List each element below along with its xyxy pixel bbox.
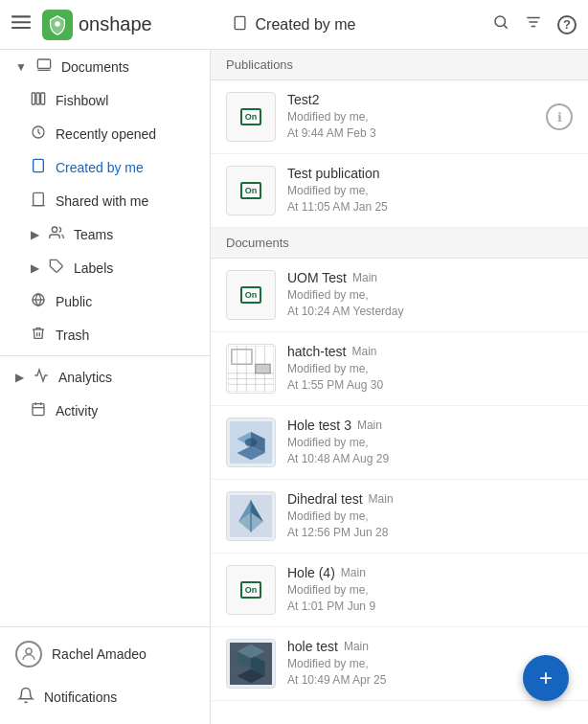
publications-header-text: Publications	[226, 57, 293, 72]
help-icon[interactable]: ?	[557, 15, 577, 34]
svg-rect-4	[235, 16, 245, 29]
teams-label: Teams	[74, 227, 113, 242]
hole-test-name: hole test Main	[287, 639, 573, 654]
recently-opened-label: Recently opened	[56, 126, 156, 142]
sidebar-item-trash[interactable]: Trash	[0, 318, 210, 351]
fab-add-button[interactable]: +	[523, 655, 569, 701]
svg-rect-17	[34, 192, 44, 205]
shared-with-me-label: Shared with me	[56, 193, 148, 209]
svg-point-43	[245, 438, 258, 446]
title-doc-icon	[233, 15, 248, 34]
publications-section-header: Publications	[211, 50, 588, 80]
svg-rect-38	[256, 364, 270, 373]
logo: onshape	[42, 10, 152, 40]
hole-test-3-name: Hole test 3 Main	[287, 418, 573, 433]
avatar	[15, 641, 42, 667]
info-icon-test2[interactable]: ℹ	[546, 103, 573, 130]
dihedral-test-thumbnail	[226, 491, 276, 541]
doc-item-hole-test-3[interactable]: Hole test 3 Main Modified by me, At 10:4…	[211, 406, 588, 480]
sidebar-bottom: Rachel Amadeo Notifications	[0, 626, 210, 716]
sidebar-item-teams[interactable]: ▶ Teams	[0, 217, 210, 251]
uom-test-meta: Modified by me, At 10:24 AM Yesterday	[287, 287, 573, 320]
hatch-test-name: hatch-test Main	[287, 344, 573, 359]
activity-label: Activity	[56, 403, 98, 419]
svg-point-5	[495, 16, 506, 27]
doc-item-dihedral-test[interactable]: Dihedral test Main Modified by me, At 12…	[211, 480, 588, 554]
notifications-label: Notifications	[44, 690, 117, 705]
sidebar: ▼ Documents Fishbowl Recently opened	[0, 50, 211, 724]
svg-point-27	[26, 648, 32, 654]
logo-text: onshape	[79, 13, 152, 35]
trash-icon	[31, 326, 46, 344]
hole-4-meta: Modified by me, At 1:01 PM Jun 9	[287, 582, 573, 615]
documents-icon	[36, 57, 52, 76]
analytics-icon	[34, 368, 49, 386]
sidebar-item-labels[interactable]: ▶ Labels	[0, 251, 210, 284]
hole-4-info: Hole (4) Main Modified by me, At 1:01 PM…	[287, 565, 573, 615]
menu-icon[interactable]	[11, 12, 31, 36]
sidebar-item-analytics[interactable]: ▶ Analytics	[0, 360, 210, 394]
doc-item-test-publication[interactable]: On Test publication Modified by me, At 1…	[211, 154, 588, 228]
sidebar-item-created-by-me[interactable]: Created by me	[0, 150, 210, 184]
uom-test-thumbnail: On	[226, 270, 276, 320]
bell-icon	[17, 687, 34, 707]
logo-icon	[42, 10, 73, 40]
sidebar-item-recently-opened[interactable]: Recently opened	[0, 117, 210, 150]
hatch-test-info: hatch-test Main Modified by me, At 1:55 …	[287, 344, 573, 394]
sidebar-documents-label: Documents	[61, 59, 129, 75]
sidebar-item-documents[interactable]: ▼ Documents	[0, 50, 210, 83]
dihedral-test-name: Dihedral test Main	[287, 491, 573, 507]
doc-item-hole-4[interactable]: On Hole (4) Main Modified by me, At 1:01…	[211, 554, 588, 627]
recently-opened-icon	[31, 124, 46, 143]
created-by-me-icon	[31, 158, 46, 176]
test-publication-thumbnail: On	[226, 166, 276, 215]
sidebar-item-activity[interactable]: Activity	[0, 394, 210, 427]
doc-item-hatch-test[interactable]: hatch-test Main Modified by me, At 1:55 …	[211, 332, 588, 406]
sidebar-item-public[interactable]: Public	[0, 284, 210, 318]
teams-icon	[49, 225, 64, 243]
header-title: Created by me	[256, 16, 356, 34]
svg-rect-2	[11, 27, 31, 29]
labels-label: Labels	[74, 260, 113, 276]
sidebar-item-shared-with-me[interactable]: Shared with me	[0, 184, 210, 217]
analytics-label: Analytics	[58, 370, 112, 385]
documents-section-header: Documents	[211, 228, 588, 259]
fishbowl-label: Fishbowl	[56, 93, 108, 108]
content-area: Publications On Test2 Modified by me, At…	[211, 50, 588, 724]
hole-test-3-thumbnail	[226, 418, 276, 467]
uom-test-info: UOM Test Main Modified by me, At 10:24 A…	[287, 270, 573, 320]
header: onshape Created by me ?	[0, 0, 588, 50]
svg-point-3	[55, 21, 60, 26]
test2-info: Test2 Modified by me, At 9:44 AM Feb 3	[287, 92, 534, 142]
svg-line-6	[504, 25, 507, 28]
svg-rect-23	[33, 404, 44, 416]
hole-4-name: Hole (4) Main	[287, 565, 573, 580]
activity-icon	[31, 401, 46, 419]
test-publication-name: Test publication	[287, 166, 573, 181]
doc-item-uom-test[interactable]: On UOM Test Main Modified by me, At 10:2…	[211, 259, 588, 332]
search-icon[interactable]	[492, 13, 509, 35]
filter-icon[interactable]	[525, 13, 542, 35]
test-publication-meta: Modified by me, At 11:05 AM Jan 25	[287, 183, 573, 215]
fishbowl-icon	[31, 91, 46, 109]
dihedral-test-meta: Modified by me, At 12:56 PM Jun 28	[287, 509, 573, 541]
fab-add-icon: +	[539, 665, 553, 691]
svg-rect-10	[37, 59, 50, 68]
test2-name: Test2	[287, 92, 534, 107]
created-by-me-label: Created by me	[56, 160, 144, 175]
dihedral-test-info: Dihedral test Main Modified by me, At 12…	[287, 491, 573, 541]
sidebar-item-fishbowl[interactable]: Fishbowl	[0, 83, 210, 117]
svg-rect-12	[32, 93, 34, 104]
public-label: Public	[56, 294, 92, 309]
user-name: Rachel Amadeo	[52, 646, 147, 662]
uom-test-name: UOM Test Main	[287, 270, 573, 285]
main-layout: ▼ Documents Fishbowl Recently opened	[0, 50, 588, 724]
header-actions: ?	[492, 13, 577, 35]
test2-thumbnail: On	[226, 92, 276, 142]
doc-item-test2[interactable]: On Test2 Modified by me, At 9:44 AM Feb …	[211, 80, 588, 154]
hole-test-thumbnail	[226, 639, 276, 689]
sidebar-notifications[interactable]: Notifications	[0, 677, 210, 716]
sidebar-user[interactable]: Rachel Amadeo	[0, 631, 210, 677]
test2-meta: Modified by me, At 9:44 AM Feb 3	[287, 109, 534, 142]
documents-header-text: Documents	[226, 236, 289, 250]
